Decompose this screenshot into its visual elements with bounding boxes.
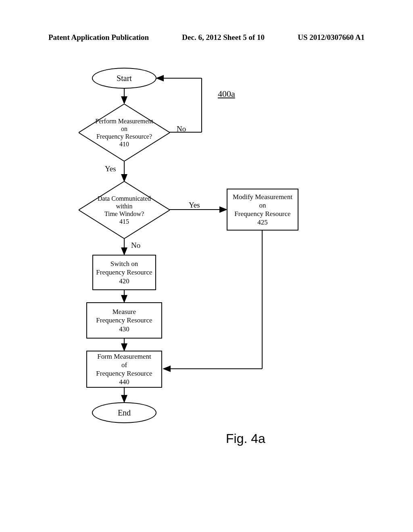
process-modify: Modify Measurement on Frequency Resource…: [227, 189, 298, 231]
decision-1-ref: 410: [119, 140, 129, 148]
start-terminator: Start: [92, 68, 156, 89]
process-switch-line1: Switch on: [111, 260, 138, 268]
process-modify-line2: on: [259, 201, 266, 210]
start-label: Start: [117, 74, 132, 83]
process-modify-line3: Frequency Resource: [234, 210, 290, 218]
process-form-line3: Frequency Resource: [96, 369, 152, 378]
decision-2-no-label: No: [131, 241, 140, 250]
figure-caption: Fig. 4a: [226, 431, 265, 446]
header-center: Dec. 6, 2012 Sheet 5 of 10: [182, 33, 265, 42]
process-form: Form Measurement of Frequency Resource 4…: [86, 351, 162, 388]
process-measure-line1: Measure: [113, 308, 136, 316]
header-right: US 2012/0307660 A1: [298, 33, 365, 42]
process-switch-ref: 420: [119, 277, 129, 285]
decision-2-yes-label: Yes: [189, 201, 200, 210]
decision-2-line2: within: [116, 202, 133, 210]
decision-1-line1: Perform Measurement: [95, 117, 153, 125]
end-terminator: End: [92, 402, 156, 423]
end-label: End: [118, 408, 131, 418]
decision-1-no-label: No: [177, 125, 186, 133]
process-measure-ref: 430: [119, 325, 129, 333]
page-header: Patent Application Publication Dec. 6, 2…: [0, 33, 413, 42]
header-left: Patent Application Publication: [48, 33, 149, 42]
decision-1-line3: Frequency Resource?: [96, 133, 152, 140]
process-measure-line2: Frequency Resource: [96, 316, 152, 324]
process-switch-line2: Frequency Resource: [96, 268, 152, 276]
process-form-line2: of: [121, 361, 127, 369]
process-switch: Switch on Frequency Resource 420: [92, 255, 156, 290]
decision-2-line1: Data Communicated: [98, 195, 151, 202]
decision-1: Perform Measurement on Frequency Resourc…: [79, 104, 170, 161]
flowchart-container: Start 400a Perform Measurement on Freque…: [0, 64, 413, 468]
decision-1-line2: on: [121, 125, 127, 133]
decision-2-ref: 415: [119, 218, 129, 225]
process-modify-line1: Modify Measurement: [233, 193, 292, 201]
process-form-line1: Form Measurement: [97, 352, 151, 361]
decision-2: Data Communicated within Time Window? 41…: [79, 181, 170, 239]
process-modify-ref: 425: [257, 218, 268, 227]
process-measure: Measure Frequency Resource 430: [86, 302, 162, 339]
flowchart-connectors: [0, 64, 413, 532]
decision-1-yes-label: Yes: [105, 164, 116, 173]
decision-2-line3: Time Window?: [104, 210, 144, 218]
process-form-ref: 440: [119, 378, 129, 386]
figure-id: 400a: [218, 89, 235, 99]
